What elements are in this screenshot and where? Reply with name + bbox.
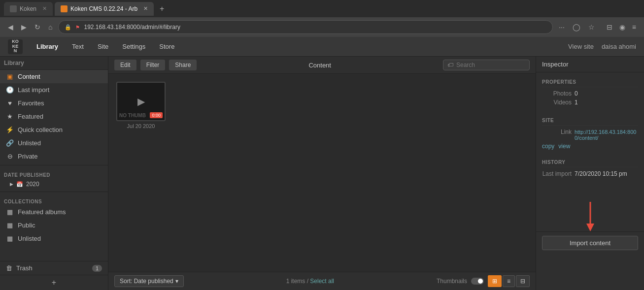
- app-logo: KO KE N: [8, 39, 23, 54]
- photos-value: 0: [575, 90, 578, 97]
- share-button[interactable]: Share: [169, 60, 197, 70]
- last-import-value: 7/20/2020 10:15 pm: [575, 170, 627, 177]
- featured-albums-icon: ▦: [6, 208, 14, 216]
- grid-view-button[interactable]: ⊞: [488, 275, 502, 287]
- sidebar-item-quick-collection[interactable]: ⚡ Quick collection: [0, 123, 108, 136]
- nav-store[interactable]: Store: [153, 40, 180, 53]
- menu-button[interactable]: ≡: [630, 21, 638, 33]
- site-section-title: SITE: [542, 114, 638, 126]
- back-button[interactable]: ◀: [6, 21, 15, 33]
- more-button[interactable]: ···: [557, 21, 567, 33]
- collections-unlisted-label: Unlisted: [18, 235, 41, 242]
- media-thumbnail: ▶ NO THUMB 0:00: [116, 82, 166, 121]
- app-nav: Library Text Site Settings Store: [31, 40, 568, 53]
- nav-text[interactable]: Text: [66, 40, 90, 53]
- trash-icon: 🗑: [6, 264, 12, 272]
- trash-item[interactable]: 🗑 Trash 1: [0, 261, 108, 275]
- compact-view-button[interactable]: ⊟: [516, 275, 530, 287]
- photos-label: Photos: [542, 90, 572, 97]
- import-content-button[interactable]: Import content: [542, 236, 638, 250]
- sidebar-item-favorites[interactable]: ♥ Favorites: [0, 97, 108, 110]
- year-2020-item[interactable]: ▶ 📅 2020: [0, 179, 108, 190]
- footer-center: Thumbnails ⊞ ≡ ⊟: [437, 275, 530, 287]
- tab-close-cms[interactable]: ✕: [143, 5, 148, 12]
- photos-row: Photos 0: [542, 90, 638, 97]
- unlisted-label: Unlisted: [18, 139, 41, 147]
- sidebar-item-content[interactable]: ▣ Content: [0, 70, 108, 83]
- thumbnails-toggle[interactable]: [471, 278, 484, 285]
- collections-unlisted-icon: ▦: [6, 235, 14, 242]
- tab-favicon-koken: [10, 5, 17, 12]
- new-tab-button[interactable]: +: [156, 4, 168, 13]
- content-title: Content: [201, 62, 439, 69]
- year-expand-arrow: ▶: [10, 182, 13, 187]
- link-row: Link http://192.168.43.184:8000/content/: [542, 129, 638, 141]
- favorites-label: Favorites: [18, 99, 44, 107]
- trash-label: Trash: [16, 264, 33, 272]
- address-bar[interactable]: 🔒 ⚑: [58, 20, 553, 34]
- tab-close-koken[interactable]: ✕: [42, 5, 47, 12]
- red-arrow-indicator: [536, 202, 644, 231]
- sidebar-item-featured[interactable]: ★ Featured: [0, 110, 108, 123]
- media-date: Jul 20 2020: [127, 123, 155, 129]
- search-wrapper[interactable]: 🏷: [443, 60, 530, 70]
- unlisted-icon: 🔗: [6, 139, 14, 147]
- items-count: 1 items: [286, 278, 305, 285]
- content-area: Edit Filter Share Content 🏷 ▶ NO THUMB 0…: [108, 57, 536, 290]
- nav-library[interactable]: Library: [31, 40, 64, 53]
- filter-button[interactable]: Filter: [140, 60, 166, 70]
- properties-section-title: PROPERTIES: [542, 75, 638, 87]
- sidebar-item-private[interactable]: ⊖ Private: [0, 150, 108, 163]
- content-grid: ▶ NO THUMB 0:00 Jul 20 2020: [108, 74, 536, 272]
- private-icon: ⊖: [6, 153, 14, 160]
- reload-button[interactable]: ↻: [33, 21, 42, 33]
- link-label: Link: [542, 129, 572, 135]
- videos-value: 1: [575, 99, 578, 106]
- browser-tab-koken[interactable]: Koken ✕: [4, 2, 53, 16]
- last-import-label: Last import: [542, 170, 572, 177]
- toggle-circle[interactable]: [471, 278, 484, 285]
- search-input[interactable]: [456, 62, 525, 68]
- view-buttons: ⊞ ≡ ⊟: [488, 275, 530, 287]
- featured-icon: ★: [6, 113, 14, 120]
- year-label: 2020: [26, 181, 39, 188]
- media-item-video-1[interactable]: ▶ NO THUMB 0:00 Jul 20 2020: [116, 82, 166, 129]
- trash-count: 1: [92, 265, 102, 272]
- inspector-header: Inspector: [536, 57, 644, 72]
- sort-chevron-icon: ▾: [175, 278, 178, 285]
- copy-link-action[interactable]: copy: [542, 143, 554, 150]
- sidebar-item-collections-unlisted[interactable]: ▦ Unlisted: [0, 232, 108, 245]
- sidebar-divider-2: [0, 192, 108, 192]
- add-button[interactable]: +: [0, 275, 108, 290]
- sidebar-item-unlisted[interactable]: 🔗 Unlisted: [0, 136, 108, 150]
- home-button[interactable]: ⌂: [46, 21, 54, 33]
- profile-button[interactable]: ◉: [617, 21, 627, 33]
- link-value[interactable]: http://192.168.43.184:8000/content/: [575, 129, 638, 141]
- view-site-link[interactable]: View site: [568, 43, 594, 50]
- edit-button[interactable]: Edit: [114, 60, 136, 70]
- sort-button[interactable]: Sort: Date published ▾: [114, 275, 184, 287]
- view-link-action[interactable]: view: [558, 143, 570, 150]
- address-input[interactable]: [84, 24, 546, 31]
- forward-button[interactable]: ▶: [19, 21, 29, 33]
- featured-albums-label: Featured albums: [18, 208, 66, 216]
- extensions-button[interactable]: ⊟: [605, 21, 614, 33]
- nav-settings[interactable]: Settings: [116, 40, 151, 53]
- bookmark-star-button[interactable]: ☆: [586, 21, 597, 33]
- sidebar-item-public[interactable]: ▦ Public: [0, 219, 108, 232]
- sidebar-item-last-import[interactable]: 🕐 Last import: [0, 83, 108, 97]
- security-icon: 🔒: [65, 24, 71, 31]
- select-all-link[interactable]: Select all: [310, 278, 334, 285]
- content-toolbar: Edit Filter Share Content 🏷: [108, 57, 536, 74]
- no-thumbnail-label: NO THUMB: [119, 113, 146, 118]
- sidebar-item-featured-albums[interactable]: ▦ Featured albums: [0, 205, 108, 219]
- items-info: 1 items / Select all: [286, 278, 334, 285]
- date-published-section: DATE PUBLISHED: [0, 170, 108, 179]
- videos-row: Videos 1: [542, 99, 638, 106]
- address-icon: ⚑: [75, 25, 80, 30]
- history-section-title: HISTORY: [542, 156, 638, 167]
- bookmark-pocket-button[interactable]: ◯: [571, 21, 582, 33]
- browser-tab-cms[interactable]: Koken CMS 0.22.24 - Arb ✕: [55, 2, 154, 16]
- list-view-button[interactable]: ≡: [503, 275, 515, 287]
- nav-site[interactable]: Site: [92, 40, 114, 53]
